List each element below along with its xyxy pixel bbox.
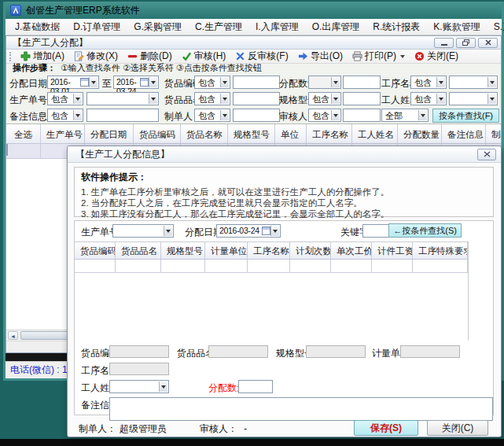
footer-maker-label: 制单人： bbox=[79, 422, 116, 436]
chevron-down-icon bbox=[164, 226, 172, 236]
footer-maker-value: 超级管理员 bbox=[120, 422, 167, 436]
toolbar-grip bbox=[9, 52, 12, 61]
item-name-input[interactable] bbox=[233, 92, 280, 105]
calendar-icon bbox=[80, 78, 89, 87]
taskbar-strip bbox=[0, 439, 504, 446]
field-item-name-value bbox=[208, 345, 268, 358]
dialog-search-button[interactable]: ←按条件查找(S) bbox=[388, 223, 462, 238]
column-header[interactable]: 单次工价 bbox=[331, 242, 372, 259]
item-name-op-combo[interactable]: 包含 bbox=[194, 92, 230, 105]
tip-line-3: 3. 如果工序没有分配工人，那么在工序完成登记里，会显示全部工人的名字。 bbox=[81, 208, 487, 219]
column-header[interactable]: 货品名称 bbox=[181, 124, 228, 143]
qty-op-combo[interactable] bbox=[308, 76, 341, 89]
order-select[interactable] bbox=[86, 92, 159, 105]
maker-op-combo[interactable]: 包含 bbox=[194, 109, 230, 122]
close-button[interactable]: 关闭(C) bbox=[427, 420, 488, 436]
column-header[interactable]: 货品编码 bbox=[75, 242, 116, 259]
date-from-field[interactable]: 2016-03-01 bbox=[47, 76, 99, 89]
audit-state-combo[interactable]: 全部 bbox=[381, 109, 429, 122]
child-close-button[interactable] bbox=[478, 38, 498, 48]
date-to-field[interactable]: 2016-03-24 bbox=[113, 76, 159, 89]
worker-op-combo[interactable]: 包含 bbox=[410, 92, 447, 105]
scroll-left-arrow-icon[interactable]: ◄ bbox=[8, 331, 18, 340]
menu-item-purchase[interactable]: G.采购管理 bbox=[134, 20, 182, 34]
menu-item-inbound[interactable]: I.入库管理 bbox=[256, 20, 299, 34]
menu-item-reports[interactable]: R.统计报表 bbox=[373, 20, 420, 34]
filter-row-3: 备注信息 包含 制单人 包含 审核人 包含 全部 按条件查找(F) bbox=[6, 109, 501, 122]
column-header[interactable]: 规格型号 bbox=[161, 242, 205, 259]
spec-input[interactable] bbox=[343, 92, 381, 105]
row-checkbox[interactable] bbox=[6, 144, 8, 156]
dialog-close-button[interactable] bbox=[477, 149, 496, 160]
column-header[interactable]: 计量单位 bbox=[205, 242, 248, 259]
column-header[interactable]: 制单人 bbox=[486, 124, 501, 143]
order-op-combo[interactable]: 包含 bbox=[47, 92, 83, 105]
child-window-title: 【生产工人分配】 bbox=[13, 36, 432, 50]
item-code-input[interactable] bbox=[233, 76, 280, 89]
footer-auditor-label: 审核人： bbox=[200, 422, 237, 436]
chevron-down-icon bbox=[418, 110, 427, 120]
column-header[interactable]: 工序名称 bbox=[248, 242, 290, 259]
steps-label: 操作步骤： bbox=[13, 63, 56, 72]
table-row bbox=[75, 260, 468, 273]
menu-item-production[interactable]: C.生产管理 bbox=[195, 20, 242, 34]
column-header[interactable]: 全选 bbox=[6, 124, 41, 143]
item-code-op-combo[interactable]: 包含 bbox=[194, 76, 230, 89]
column-header[interactable]: 规格型号 bbox=[228, 124, 275, 143]
column-header[interactable]: 工序名称 bbox=[307, 124, 352, 143]
dialog-main-panel: 生产单号 分配日期 2016-03-24 关键字 ←按条件查找(S) 货品编码 … bbox=[74, 220, 494, 415]
menu-item-outbound[interactable]: O.出库管理 bbox=[312, 20, 360, 34]
filter-maker-label: 制单人 bbox=[164, 110, 193, 123]
maker-input[interactable] bbox=[233, 109, 280, 122]
remark-input[interactable] bbox=[86, 109, 159, 122]
spec-op-combo[interactable]: 包含 bbox=[308, 92, 341, 105]
qty-input[interactable] bbox=[343, 76, 381, 89]
delete-icon bbox=[127, 51, 138, 61]
dialog-date-field[interactable]: 2016-03-24 bbox=[216, 224, 281, 238]
auditor-op-combo[interactable]: 包含 bbox=[308, 109, 341, 122]
field-unit-value bbox=[400, 345, 460, 358]
child-restore-button[interactable] bbox=[456, 38, 476, 48]
print-dropdown-caret[interactable] bbox=[400, 55, 405, 58]
menu-item-orders[interactable]: D.订单管理 bbox=[73, 20, 120, 34]
worker-name-combo[interactable] bbox=[109, 380, 169, 393]
column-header[interactable]: 货品品名 bbox=[116, 242, 161, 259]
process-select[interactable] bbox=[449, 76, 498, 89]
column-header[interactable]: 备注信息 bbox=[442, 124, 486, 143]
chevron-down-icon bbox=[331, 94, 340, 104]
assign-qty-input[interactable] bbox=[238, 380, 273, 393]
export-button[interactable]: 导出(O) bbox=[294, 49, 347, 64]
dialog-titlebar[interactable]: 【生产工人分配信息】 bbox=[68, 146, 501, 163]
column-header[interactable]: 计划次数 bbox=[290, 242, 331, 259]
filter-remark-label: 备注信息 bbox=[9, 110, 47, 123]
column-header[interactable]: 单位 bbox=[275, 124, 307, 143]
column-header[interactable]: 货品编码 bbox=[134, 124, 181, 143]
column-header[interactable]: 工序特殊要求 bbox=[413, 242, 468, 259]
column-header[interactable]: 计件工资 bbox=[372, 242, 413, 259]
worker-select[interactable] bbox=[449, 92, 498, 105]
column-header[interactable]: 分配日期 bbox=[85, 124, 134, 143]
menu-item-system[interactable]: S.系统管理 bbox=[494, 20, 504, 34]
scrollbar-thumb[interactable] bbox=[20, 331, 69, 340]
column-header[interactable]: 分配数量 bbox=[398, 124, 442, 143]
save-button[interactable]: 保存(S) bbox=[354, 420, 418, 436]
titlebar[interactable]: 创管生产管理ERP系统软件 bbox=[6, 2, 502, 19]
field-item-code-value bbox=[109, 345, 169, 358]
process-op-combo[interactable]: 包含 bbox=[410, 76, 447, 89]
column-header[interactable]: 工人姓名 bbox=[352, 124, 398, 143]
menu-item-basic-data[interactable]: J.基础数据 bbox=[15, 20, 60, 34]
child-minimize-button[interactable] bbox=[434, 38, 454, 48]
menu-item-accounts[interactable]: K.账款管理 bbox=[433, 20, 480, 34]
dialog-order-combo[interactable] bbox=[112, 224, 174, 238]
search-by-condition-button[interactable]: 按条件查找(F) bbox=[432, 109, 499, 123]
chevron-down-icon bbox=[270, 226, 279, 236]
remark-op-combo[interactable]: 包含 bbox=[47, 109, 83, 122]
auditor-input[interactable] bbox=[343, 109, 381, 122]
print-button[interactable]: 打印(P) bbox=[348, 49, 409, 64]
close-view-button[interactable]: 关闭(E) bbox=[410, 49, 462, 64]
column-header[interactable]: 生产单号 bbox=[41, 124, 85, 143]
chevron-down-icon bbox=[149, 77, 157, 87]
filter-to-label: 至 bbox=[102, 77, 112, 90]
dialog-title: 【生产工人分配信息】 bbox=[75, 148, 477, 161]
remark-textarea[interactable] bbox=[109, 397, 493, 421]
